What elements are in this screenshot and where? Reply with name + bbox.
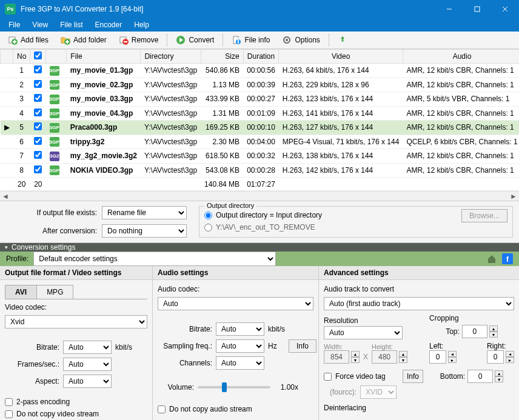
convert-button[interactable]: Convert: [170, 33, 219, 47]
pin-button[interactable]: [332, 33, 353, 47]
srate-select[interactable]: Auto: [216, 339, 264, 353]
table-row[interactable]: 63GPtrippy.3g2Y:\AV\vctest\3gp2.30 MB00:…: [1, 135, 520, 149]
nocopy-video-checkbox[interactable]: [5, 410, 13, 418]
abitrate-select[interactable]: Auto: [216, 322, 264, 336]
deinterlacing-label: Deinterlacing: [324, 404, 423, 412]
crop-top-input[interactable]: [462, 325, 487, 338]
minimize-button[interactable]: [435, 0, 463, 18]
aspect-label: Aspect:: [5, 377, 59, 385]
height-down[interactable]: ▼: [399, 357, 407, 363]
col-audio[interactable]: Audio: [403, 50, 519, 64]
menu-view[interactable]: View: [26, 18, 54, 32]
force-tag-checkbox[interactable]: [324, 373, 332, 381]
after-label: After conversion:: [6, 227, 97, 235]
menu-encoder[interactable]: Encoder: [89, 18, 128, 32]
vbitrate-select[interactable]: Auto: [63, 341, 112, 354]
height-input[interactable]: [372, 350, 397, 364]
file-name: my_movie_01.3gp: [70, 66, 133, 75]
check-all[interactable]: [34, 52, 42, 59]
maximize-button[interactable]: [463, 0, 491, 18]
audio-info-button[interactable]: Info: [289, 339, 316, 353]
horizontal-scrollbar[interactable]: ◄ ►: [0, 191, 519, 201]
table-row[interactable]: 23GPmy_movie_02.3gpY:\AV\vctest\3gp1.13 …: [1, 78, 520, 92]
tab-mpg[interactable]: MPG: [36, 285, 73, 299]
table-row[interactable]: 13GPmy_movie_01.3gpY:\AV\vctest\3gp540.8…: [1, 64, 520, 78]
row-checkbox[interactable]: [34, 65, 42, 73]
convert-icon: [176, 35, 186, 45]
exists-select[interactable]: Rename file: [102, 206, 187, 219]
close-button[interactable]: [491, 0, 519, 18]
width-up[interactable]: ▲: [351, 351, 360, 357]
col-check[interactable]: [30, 50, 46, 64]
menu-file[interactable]: File: [2, 18, 26, 32]
menu-help[interactable]: Help: [128, 18, 155, 32]
table-row[interactable]: 33GPmy_movie_03.3gpY:\AV\vctest\3gp433.9…: [1, 92, 520, 107]
facebook-icon[interactable]: f: [502, 253, 513, 264]
col-dur[interactable]: Duration: [243, 50, 279, 64]
menu-filelist[interactable]: File list: [54, 18, 89, 32]
height-up[interactable]: ▲: [399, 351, 407, 357]
file-type-icon: 3GP: [50, 165, 59, 175]
table-row[interactable]: ▶53GPPraca000.3gpY:\AV\vctest\3gp169.25 …: [1, 121, 520, 135]
row-checkbox[interactable]: [34, 122, 42, 130]
row-checkbox[interactable]: [34, 108, 42, 116]
table-row[interactable]: 73G2my_3g2_movie.3g2Y:\AV\vctest\3gp618.…: [1, 149, 520, 164]
fourcc-select[interactable]: XVID: [360, 385, 397, 399]
audio-codec-select[interactable]: Auto: [158, 297, 313, 310]
advanced-panel: Advanced settings Audio track to convert…: [319, 266, 519, 420]
width-down[interactable]: ▼: [351, 357, 360, 363]
file-dir: Y:\AV\vctest\3gp: [141, 92, 201, 107]
col-size[interactable]: Size: [201, 50, 243, 64]
track-select[interactable]: Auto (first audio track): [324, 297, 514, 310]
col-no[interactable]: No: [13, 50, 30, 64]
col-file[interactable]: File: [67, 50, 141, 64]
outdir-same-label: Output directory = Input directory: [216, 211, 322, 219]
force-info-button[interactable]: Info: [403, 370, 423, 383]
vbitrate-label: Bitrate:: [5, 343, 59, 352]
browse-button[interactable]: Browse...: [461, 209, 507, 222]
aspect-select[interactable]: Auto: [63, 375, 112, 388]
svg-text:i: i: [238, 37, 239, 45]
file-name: my_3g2_movie.3g2: [70, 152, 137, 160]
outdir-custom-radio[interactable]: [204, 224, 212, 232]
file-type-icon: 3GP: [50, 80, 59, 90]
file-size: 618.50 KB: [201, 149, 243, 164]
row-checkbox[interactable]: [34, 137, 42, 145]
video-codec-select[interactable]: Xvid: [5, 315, 147, 328]
outdir-same-radio[interactable]: [204, 212, 212, 219]
conversion-settings-header[interactable]: ▾ Conversion settings: [0, 243, 519, 252]
file-size: 540.86 KB: [201, 64, 243, 78]
row-checkbox[interactable]: [34, 165, 42, 173]
crop-bottom-input[interactable]: [467, 370, 493, 383]
tab-avi[interactable]: AVI: [5, 285, 37, 299]
row-checkbox[interactable]: [34, 80, 42, 88]
options-button[interactable]: Options: [276, 33, 325, 47]
table-row[interactable]: 43GPmy_movie_04.3gpY:\AV\vctest\3gp1.31 …: [1, 106, 520, 121]
crop-right-input[interactable]: [487, 350, 504, 364]
add-files-button[interactable]: Add files: [2, 33, 54, 47]
remove-button[interactable]: Remove: [113, 33, 164, 47]
resolution-select[interactable]: Auto: [324, 326, 403, 339]
home-icon[interactable]: [486, 253, 497, 264]
row-checkbox[interactable]: [34, 94, 42, 102]
settings-panels: Output file format / Video settings AVI …: [0, 266, 519, 420]
col-dir[interactable]: Directory: [141, 50, 201, 64]
fps-select[interactable]: Auto: [63, 358, 112, 371]
col-video[interactable]: Video: [279, 50, 403, 64]
add-folder-button[interactable]: Add folder: [55, 33, 112, 47]
table-row[interactable]: 83GPNOKIA VIDEO.3gpY:\AV\vctest\3gp543.0…: [1, 163, 520, 178]
width-input[interactable]: [324, 350, 349, 364]
volume-value: 1.00x: [274, 383, 298, 392]
twopass-checkbox[interactable]: [5, 398, 13, 406]
crop-left-input[interactable]: [429, 350, 446, 364]
scroll-left-icon[interactable]: ◄: [1, 192, 10, 201]
file-duration: 00:00:10: [243, 121, 279, 135]
file-info-button[interactable]: i File info: [226, 33, 275, 47]
row-checkbox[interactable]: [34, 151, 42, 159]
channels-select[interactable]: Auto: [216, 356, 264, 370]
scroll-right-icon[interactable]: ►: [509, 192, 518, 201]
nocopy-audio-checkbox[interactable]: [158, 405, 166, 413]
volume-slider[interactable]: [198, 386, 270, 388]
after-select[interactable]: Do nothing: [102, 224, 187, 238]
profile-select[interactable]: Default encoder settings: [33, 252, 276, 266]
